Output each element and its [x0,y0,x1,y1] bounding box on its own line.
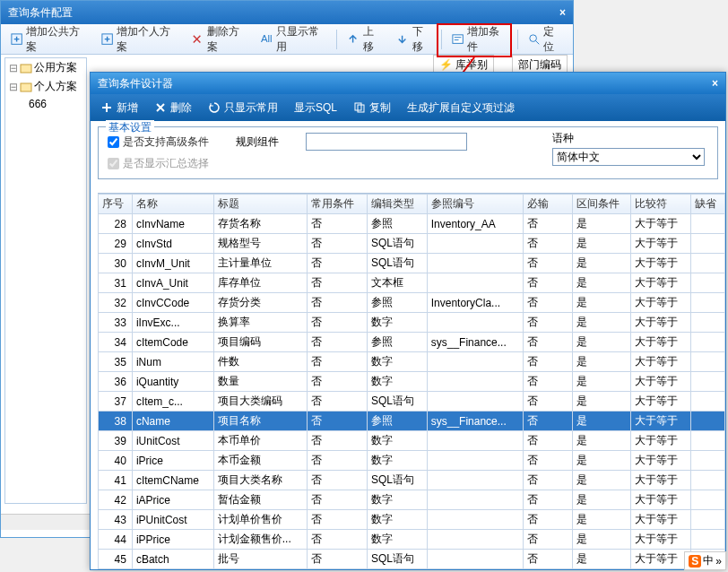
table-row[interactable]: 43iPUnitCost计划单价售价否数字否是大于等于 [99,510,725,530]
ime-indicator[interactable]: S 中 » [684,551,726,570]
delete-plan-button[interactable]: 删除方案 [185,22,253,57]
table-row[interactable]: 32cInvCCode存货分类否参照InventoryCla...否是大于等于 [99,293,725,313]
column-header[interactable]: 比较符 [631,195,691,214]
table-row[interactable]: 37cItem_c...项目大类编码否SQL语句否是大于等于 [99,392,725,412]
table-row[interactable]: 35iNum件数否数字否是大于等于 [99,352,725,372]
column-header[interactable]: 序号 [99,195,133,214]
ime-text: 中 [703,553,714,568]
advanced-condition-checkbox[interactable]: 是否支持高级条件 [108,134,209,150]
refresh-icon [208,101,221,114]
close-icon[interactable]: × [712,73,718,94]
table-row[interactable]: 39iUnitCost本币单价否数字否是大于等于 [99,431,725,451]
svg-text:All: All [261,33,273,44]
public-plan-node[interactable]: ⊟ 公用方案 [5,58,86,77]
svg-point-4 [530,34,537,41]
conditions-grid[interactable]: 序号名称标题常用条件编辑类型参照编号必输区间条件比较符缺省 28cInvName… [98,193,725,569]
copy-button[interactable]: 复制 [349,98,395,118]
arrow-down-icon [395,32,409,47]
add-condition-icon [451,32,464,47]
add-personal-plan-button[interactable]: 增加个人方案 [95,22,184,57]
show-common-button[interactable]: 只显示常用 [204,98,282,118]
table-row[interactable]: 38cName项目名称否参照sys__Finance...否是大于等于 [99,412,725,431]
table-row[interactable]: 28cInvName存货名称否参照Inventory_AA否是大于等于 [99,214,725,234]
svg-rect-3 [453,34,463,43]
column-header[interactable]: 参照编号 [427,195,523,214]
front-title: 查询条件设计器 [98,73,173,94]
table-row[interactable]: 45cBatch批号否SQL语句否是大于等于 [99,550,725,569]
gen-custom-button[interactable]: 生成扩展自定义项过滤 [403,98,519,118]
arrow-up-icon [346,32,360,47]
plan-tree[interactable]: ⊟ 公用方案 ⊟ 个人方案 666 [4,57,87,504]
column-header[interactable]: 编辑类型 [368,195,428,214]
column-header[interactable]: 标题 [213,195,308,214]
settings-legend: 基本设置 [106,120,154,135]
table-row[interactable]: 46cVouchCode对应入库单id否数字否是大于等于 [99,569,725,570]
add-icon [100,32,114,47]
table-row[interactable]: 42iAPrice暂估金额否数字否是大于等于 [99,490,725,510]
front-titlebar[interactable]: 查询条件设计器 × [91,73,725,94]
table-row[interactable]: 41cItemCName项目大类名称否SQL语句否是大于等于 [99,471,725,490]
table-row[interactable]: 30cInvM_Unit主计量单位否SQL语句否是大于等于 [99,254,725,273]
rule-component-input[interactable] [306,133,467,151]
move-down-button[interactable]: 下移 [390,22,438,57]
svg-rect-6 [21,83,31,91]
table-row[interactable]: 34cItemCode项目编码否参照sys__Finance...否是大于等于 [99,333,725,352]
move-up-button[interactable]: 上移 [341,22,388,57]
personal-plan-child[interactable]: 666 [5,96,86,112]
query-designer-window: 查询条件设计器 × 新增 删除 只显示常用 显示SQL 复制 生成扩展自定义项过… [90,72,726,570]
add-condition-button[interactable]: 增加条件 [446,22,514,57]
folder-icon [20,81,32,93]
show-sql-button[interactable]: 显示SQL [290,98,342,118]
front-toolbar: 新增 删除 只显示常用 显示SQL 复制 生成扩展自定义项过滤 [91,94,725,121]
language-block: 语种 简体中文 [552,131,705,166]
language-select[interactable]: 简体中文 [552,148,705,166]
table-row[interactable]: 40iPrice本币金额否数字否是大于等于 [99,451,725,471]
summary-checkbox: 是否显示汇总选择 [108,156,209,171]
table-row[interactable]: 31cInvA_Unit库存单位否文本框否是大于等于 [99,273,725,293]
filter-icon: All [260,32,273,47]
ime-s-icon: S [689,555,701,568]
show-common-button[interactable]: All 只显示常用 [255,22,333,57]
column-header[interactable]: 区间条件 [572,195,631,214]
column-header[interactable]: 缺省 [691,195,725,214]
basic-settings-panel: 基本设置 是否支持高级条件 规则组件 是否显示汇总选择 语种 简体中文 [98,126,718,179]
table-row[interactable]: 36iQuantity数量否数字否是大于等于 [99,372,725,392]
plus-icon [100,101,113,114]
delete-icon [190,32,204,47]
svg-rect-5 [21,65,31,73]
column-header[interactable]: 必输 [523,195,572,214]
table-row[interactable]: 33iInvExc...换算率否数字否是大于等于 [99,313,725,333]
locate-icon [527,32,541,47]
delete-icon [154,101,167,114]
folder-icon [20,62,32,74]
personal-plan-node[interactable]: ⊟ 个人方案 [5,77,86,96]
locate-button[interactable]: 定位 [522,22,569,57]
chevron-icon: » [715,555,722,568]
back-toolbar: 增加公共方案 增加个人方案 删除方案 All 只显示常用 上移 下移 增加条件 [1,24,573,55]
column-header[interactable]: 常用条件 [308,195,368,214]
copy-icon [353,101,366,114]
language-label: 语种 [552,131,705,146]
add-public-plan-button[interactable]: 增加公共方案 [4,22,93,57]
add-icon [10,32,23,47]
column-header[interactable]: 名称 [132,195,213,214]
delete-button[interactable]: 删除 [150,98,196,118]
table-row[interactable]: 44iPPrice计划金额售价...否数字否是大于等于 [99,530,725,550]
add-button[interactable]: 新增 [96,98,143,118]
table-row[interactable]: 29cInvStd规格型号否SQL语句否是大于等于 [99,234,725,254]
rule-label: 规则组件 [236,134,279,150]
